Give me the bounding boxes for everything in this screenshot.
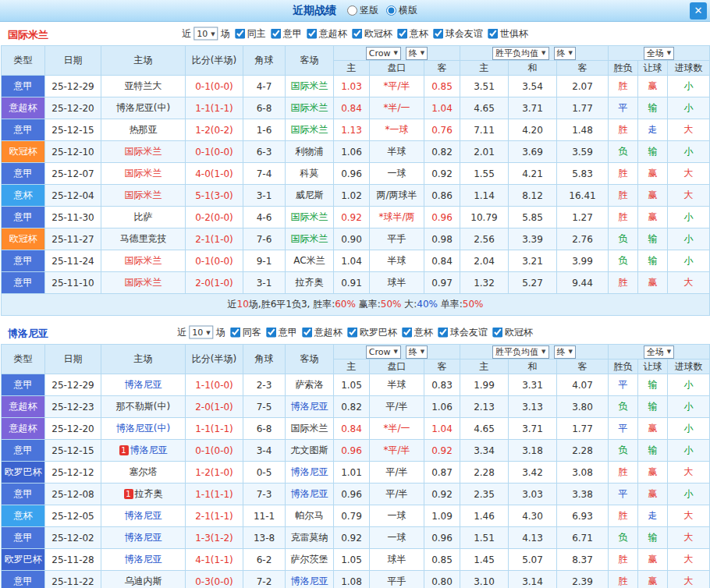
filter-checkbox[interactable]: 意杯 <box>397 326 433 339</box>
home-team[interactable]: 博洛尼亚 <box>101 549 186 571</box>
filter-checkbox-input[interactable] <box>438 328 449 338</box>
filter-checkbox-input[interactable] <box>231 328 241 338</box>
avg-odds-select[interactable]: 胜平负均值▼ <box>492 345 548 359</box>
corners: 0-5 <box>243 462 286 484</box>
filter-checkbox[interactable]: 球会友谊 <box>428 27 483 41</box>
home-team[interactable]: 国际米兰 <box>101 272 186 294</box>
filter-checkbox[interactable]: 欧罗巴杯 <box>343 326 397 339</box>
home-team[interactable]: 热那亚 <box>101 119 186 141</box>
home-team[interactable]: 那不勒斯(中) <box>101 396 186 418</box>
filter-checkbox-input[interactable] <box>348 328 358 338</box>
layout-option-vertical[interactable]: 竖版 <box>347 4 378 17</box>
result-handicap: 赢 <box>638 549 668 571</box>
home-team[interactable]: 博洛尼亚 <box>101 505 186 527</box>
home-team[interactable]: 马德里竞技 <box>101 228 186 250</box>
match-count-select[interactable]: 10▼ <box>193 27 218 41</box>
away-team[interactable]: 国际米兰 <box>286 119 334 141</box>
home-team[interactable]: 国际米兰 <box>101 163 186 185</box>
filter-checkbox-input[interactable] <box>398 29 408 39</box>
away-team[interactable]: 科莫 <box>286 163 334 185</box>
result-wdl: 负 <box>609 250 638 272</box>
home-team[interactable]: 博洛尼亚(中) <box>101 97 186 119</box>
layout-option-horizontal[interactable]: 横版 <box>386 4 417 17</box>
odds-stage-select[interactable]: 终▼ <box>406 345 428 359</box>
filter-checkbox-input[interactable] <box>434 29 444 39</box>
column-header: 客场 <box>286 345 334 374</box>
filter-checkbox-input[interactable] <box>403 328 413 338</box>
away-team[interactable]: 博洛尼亚 <box>286 571 334 588</box>
match-row: 欧罗巴杯25-11-28博洛尼亚4-1(1-1)6-2萨尔茨堡1.05球半0.8… <box>2 549 710 571</box>
away-team[interactable]: 博洛尼亚 <box>286 462 334 484</box>
filter-checkbox[interactable]: 意杯 <box>392 27 428 41</box>
result-goals: 小 <box>668 396 710 418</box>
home-team[interactable]: 博洛尼亚(中) <box>101 418 186 440</box>
filter-checkbox[interactable]: 意超杯 <box>302 27 347 41</box>
avg-stage-select[interactable]: 终▼ <box>554 345 576 359</box>
filter-checkbox-input[interactable] <box>267 328 277 338</box>
scope-select[interactable]: 全场▼ <box>644 47 674 60</box>
filter-checkbox-input[interactable] <box>488 29 499 39</box>
home-team[interactable]: 乌迪内斯 <box>101 571 186 588</box>
away-team[interactable]: 博洛尼亚 <box>286 484 334 505</box>
away-team[interactable]: 国际米兰 <box>286 76 334 97</box>
filter-checkbox-input[interactable] <box>307 29 318 39</box>
filter-checkbox[interactable]: 球会友谊 <box>433 326 488 339</box>
filter-checkbox-input[interactable] <box>236 29 246 39</box>
filter-checkbox[interactable]: 同主 <box>230 27 266 41</box>
team-section-bologna: 博洛尼亚近10▼场同客意甲意超杯欧罗巴杯意杯球会友谊欧冠杯类型日期主场比分(半场… <box>0 321 710 588</box>
chevron-down-icon: ▼ <box>421 50 424 56</box>
away-team[interactable]: 国际米兰 <box>286 228 334 250</box>
home-team[interactable]: 1拉齐奥 <box>101 484 186 505</box>
away-team[interactable]: 威尼斯 <box>286 185 334 207</box>
away-team[interactable]: 国际米兰 <box>286 207 334 228</box>
filter-checkbox-input[interactable] <box>493 328 503 338</box>
filter-checkbox[interactable]: 意甲 <box>266 27 302 41</box>
filter-checkbox-input[interactable] <box>353 29 363 39</box>
filter-checkbox[interactable]: 同客 <box>225 326 261 339</box>
bookmaker-select[interactable]: Crow▼ <box>366 47 401 60</box>
home-team[interactable]: 1博洛尼亚 <box>101 440 186 462</box>
scope-select[interactable]: 全场▼ <box>644 345 674 359</box>
home-team[interactable]: 塞尔塔 <box>101 462 186 484</box>
vertical-layout-radio[interactable] <box>347 5 357 16</box>
filter-checkbox[interactable]: 意超杯 <box>297 326 343 339</box>
result-handicap: 输 <box>638 396 668 418</box>
away-team[interactable]: 克雷莫纳 <box>286 527 334 549</box>
result-goals: 大 <box>668 163 710 185</box>
avg-odds-select[interactable]: 胜平负均值▼ <box>492 47 548 60</box>
horizontal-layout-radio[interactable] <box>386 5 396 16</box>
home-team[interactable]: 国际米兰 <box>101 250 186 272</box>
bookmaker-select-value: Crow <box>369 48 391 58</box>
filter-checkbox-input[interactable] <box>303 328 313 338</box>
away-team[interactable]: 帕尔马 <box>286 505 334 527</box>
odds-handicap: 球半 <box>370 272 424 294</box>
home-team[interactable]: 国际米兰 <box>101 185 186 207</box>
filter-checkbox[interactable]: 欧冠杯 <box>488 326 533 339</box>
odds-stage-select-value: 终 <box>409 48 417 59</box>
close-icon[interactable]: ✕ <box>690 2 707 19</box>
away-team[interactable]: 尤文图斯 <box>286 440 334 462</box>
away-team[interactable]: 萨尔茨堡 <box>286 549 334 571</box>
home-team[interactable]: 国际米兰 <box>101 141 186 163</box>
match-date: 25-12-07 <box>45 163 101 185</box>
bookmaker-select[interactable]: Crow▼ <box>366 345 401 359</box>
away-team[interactable]: 拉齐奥 <box>286 272 334 294</box>
home-team[interactable]: 博洛尼亚 <box>101 527 186 549</box>
filter-checkbox[interactable]: 世俱杯 <box>483 27 528 41</box>
avg-stage-select[interactable]: 终▼ <box>554 47 576 60</box>
away-team[interactable]: 国际米兰 <box>286 418 334 440</box>
score-halftime: 0-1(0-0) <box>186 141 243 163</box>
odds-stage-select[interactable]: 终▼ <box>406 47 428 60</box>
filter-checkbox-input[interactable] <box>272 29 282 39</box>
away-team[interactable]: 萨索洛 <box>286 374 334 396</box>
away-team[interactable]: 博洛尼亚 <box>286 396 334 418</box>
away-team[interactable]: 国际米兰 <box>286 97 334 119</box>
away-team[interactable]: AC米兰 <box>286 250 334 272</box>
home-team[interactable]: 博洛尼亚 <box>101 374 186 396</box>
away-team[interactable]: 利物浦 <box>286 141 334 163</box>
home-team[interactable]: 亚特兰大 <box>101 76 186 97</box>
filter-checkbox[interactable]: 欧冠杯 <box>347 27 392 41</box>
home-team[interactable]: 比萨 <box>101 207 186 228</box>
match-count-select[interactable]: 10▼ <box>189 326 213 339</box>
filter-checkbox[interactable]: 意甲 <box>261 326 297 339</box>
